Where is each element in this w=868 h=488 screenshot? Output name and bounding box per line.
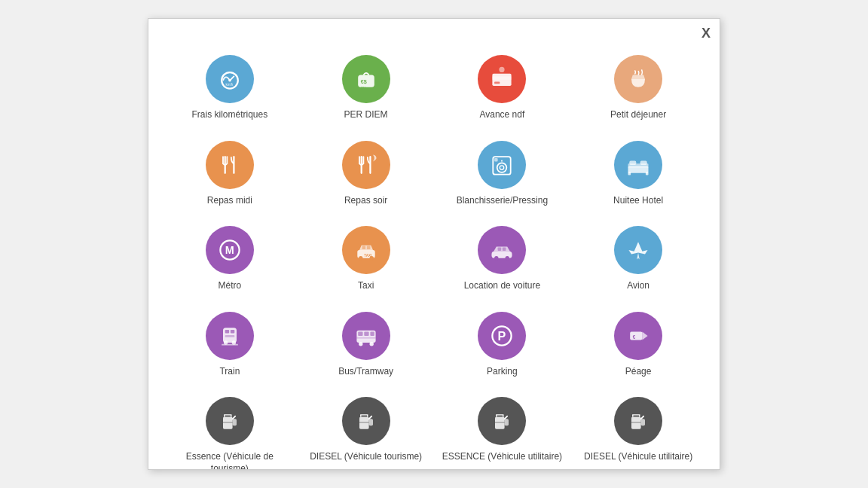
label-repas-midi: Repas midi [207,195,252,207]
svg-rect-71 [631,417,641,429]
item-repas-midi[interactable]: Repas midi [164,135,296,213]
svg-rect-59 [630,331,642,340]
svg-rect-62 [223,417,233,429]
svg-text:P: P [498,329,506,343]
label-avion: Avion [627,280,649,292]
icon-taxi: TAXI [342,226,390,274]
label-bus-tramway: Bus/Tramway [338,366,393,378]
icon-repas-midi [206,141,254,189]
svg-rect-68 [495,417,505,429]
label-metro: Métro [219,280,242,292]
item-taxi[interactable]: TAXITaxi [300,220,432,298]
item-location-voiture[interactable]: Location de voiture [436,220,569,298]
item-peage[interactable]: €Péage [572,306,704,384]
svg-text:TAXI: TAXI [364,254,371,258]
item-diesel-utilitaire[interactable]: DIESEL (Véhicule utilitaire) [572,391,704,469]
svg-rect-27 [640,160,647,164]
svg-rect-7 [493,74,512,86]
label-diesel-tourisme: DIESEL (Véhicule tourisme) [310,451,422,463]
item-blanchisserie[interactable]: Blanchisserie/Pressing [436,135,569,213]
modal-header: X [148,19,720,41]
svg-rect-72 [641,419,645,426]
svg-rect-35 [362,246,365,250]
item-repas-soir[interactable]: Repas soir [300,135,432,213]
icon-location-voiture [478,226,526,274]
item-metro[interactable]: MMétro [164,220,296,298]
svg-point-54 [359,342,362,346]
svg-marker-60 [643,331,648,340]
modal-body[interactable]: km/hFrais kilométriques€$£¥PER DIEMAvanc… [148,41,720,469]
item-train[interactable]: Train [164,306,296,384]
svg-rect-26 [629,160,636,164]
icon-bus-tramway [342,312,390,360]
label-essence-utilitaire: ESSENCE (Véhicule utilitaire) [442,451,562,463]
item-avance-ndf[interactable]: Avance ndf [436,49,569,127]
item-essence-utilitaire[interactable]: ESSENCE (Véhicule utilitaire) [436,391,569,469]
svg-rect-52 [364,331,368,335]
item-avion[interactable]: Avion [572,220,704,298]
svg-rect-8 [493,76,512,80]
label-parking: Parking [487,366,518,378]
label-diesel-utilitaire: DIESEL (Véhicule utilitaire) [584,451,692,463]
icon-peage: € [614,312,662,360]
item-frais-km[interactable]: km/hFrais kilométriques [164,49,296,127]
svg-rect-41 [498,248,502,252]
svg-point-39 [494,256,498,260]
icon-nuitee-hotel [614,141,662,189]
item-per-diem[interactable]: €$£¥PER DIEM [300,49,432,127]
icon-parking: P [478,312,526,360]
svg-text:km/h: km/h [225,83,233,87]
label-peage: Péage [625,366,652,378]
label-taxi: Taxi [358,280,374,292]
icon-metro: M [206,226,254,274]
svg-point-21 [500,165,504,169]
label-location-voiture: Location de voiture [464,280,540,292]
modal: X km/hFrais kilométriques€$£¥PER DIEMAva… [148,18,720,470]
label-repas-soir: Repas soir [344,195,387,207]
svg-text:€$: €$ [360,78,366,85]
item-nuitee-hotel[interactable]: Nuitee Hotel [572,135,704,213]
svg-rect-53 [370,331,374,335]
icon-avance-ndf [478,55,526,103]
svg-rect-66 [368,419,372,426]
svg-rect-36 [367,246,371,250]
svg-rect-56 [356,337,375,339]
svg-rect-28 [628,172,631,175]
svg-point-40 [506,256,509,260]
icon-train [206,312,254,360]
close-button[interactable]: X [701,25,711,41]
svg-text:£¥: £¥ [360,86,365,90]
label-petit-dejeuner: Petit déjeuner [610,109,666,121]
label-blanchisserie: Blanchisserie/Pressing [457,195,548,207]
svg-rect-65 [359,417,369,429]
svg-rect-45 [231,330,234,334]
svg-point-33 [359,256,362,260]
svg-rect-9 [494,82,500,84]
svg-point-20 [497,163,507,172]
item-bus-tramway[interactable]: Bus/Tramway [300,306,432,384]
icon-petit-dejeuner [614,55,662,103]
svg-rect-46 [225,335,235,337]
svg-text:€: € [633,334,636,339]
label-nuitee-hotel: Nuitee Hotel [613,195,663,207]
label-avance-ndf: Avance ndf [479,109,524,121]
label-train: Train [219,366,240,378]
svg-rect-63 [232,419,236,426]
item-diesel-tourisme[interactable]: DIESEL (Véhicule tourisme) [300,391,432,469]
icon-blanchisserie [478,141,526,189]
item-parking[interactable]: PParking [436,306,569,384]
label-frais-km: Frais kilométriques [192,109,268,121]
label-essence-tourisme: Essence (Véhicule de tourisme) [167,451,293,469]
label-per-diem: PER DIEM [344,109,388,121]
item-essence-tourisme[interactable]: Essence (Véhicule de tourisme) [164,391,296,469]
icon-diesel-tourisme [342,397,390,445]
item-petit-dejeuner[interactable]: Petit déjeuner [572,49,704,127]
svg-text:M: M [225,245,234,257]
svg-point-2 [228,79,231,82]
icon-repas-soir [342,141,390,189]
icon-essence-tourisme [206,397,254,445]
svg-rect-22 [494,158,498,162]
svg-rect-69 [505,419,509,426]
svg-rect-42 [503,248,506,252]
icon-diesel-utilitaire [614,397,662,445]
